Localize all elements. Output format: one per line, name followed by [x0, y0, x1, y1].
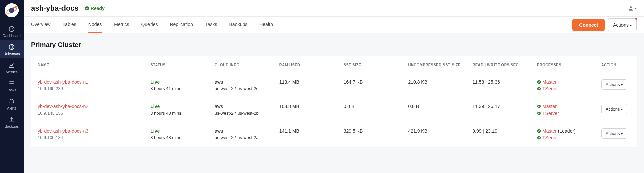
tab-metrics[interactable]: Metrics: [114, 17, 129, 33]
nodes-table: NAME STATUS CLOUD INFO RAM USED SST SIZE…: [31, 56, 637, 147]
ram-used: 141.1 MB: [276, 123, 340, 147]
svg-point-3: [15, 6, 17, 8]
topbar: ash-yba-docs Ready ▾: [24, 0, 644, 17]
tab-backups[interactable]: Backups: [229, 17, 248, 33]
actions-dropdown[interactable]: Actions ▾: [608, 18, 637, 31]
row-actions-dropdown[interactable]: Actions ▾: [601, 79, 627, 90]
node-uptime: 3 hours 41 mins: [150, 86, 208, 91]
upload-icon: [8, 116, 15, 123]
cloud-region: us-west-2 / us-west-2b: [215, 111, 272, 116]
nav-dashboard[interactable]: Dashboard: [0, 22, 24, 40]
col-usst[interactable]: UNCOMPRESSED SST SIZE: [404, 56, 469, 74]
col-action[interactable]: ACTION: [598, 56, 637, 74]
caret-down-icon: ▾: [621, 107, 623, 111]
node-status: Live: [150, 79, 208, 85]
process-master: Master (Leader): [537, 128, 595, 134]
connect-button[interactable]: Connect: [572, 19, 605, 31]
caret-down-icon: ▾: [621, 83, 623, 87]
tabbar: Overview Tables Nodes Metrics Queries Re…: [24, 17, 644, 33]
nav-tasks[interactable]: Tasks: [0, 77, 24, 95]
caret-down-icon: ▾: [630, 24, 632, 27]
tab-tables[interactable]: Tables: [62, 17, 76, 33]
nav-backups[interactable]: Backups: [0, 113, 24, 131]
node-uptime: 3 hours 48 mins: [150, 135, 208, 140]
ops-sec: 9.99|23.19: [469, 123, 533, 147]
col-ram[interactable]: RAM USED: [276, 56, 340, 74]
table-row: yb-dev-ash-yba-docs-n310.9.100.184Live3 …: [31, 123, 637, 147]
check-circle-icon: [85, 6, 89, 11]
globe-icon: [8, 44, 15, 50]
node-ip: 10.9.100.184: [38, 135, 143, 140]
cloud-provider: aws: [215, 104, 272, 109]
tserver-link[interactable]: TServer: [542, 86, 559, 91]
process-tserver: TServer: [537, 135, 595, 140]
cloud-provider: aws: [215, 128, 272, 134]
col-status[interactable]: STATUS: [147, 56, 211, 74]
nav-universes[interactable]: Universes: [0, 40, 24, 58]
page-title: ash-yba-docs: [31, 4, 79, 13]
cloud-provider: aws: [215, 79, 272, 85]
nav-label: Alerts: [7, 106, 16, 110]
master-link[interactable]: Master: [542, 128, 557, 134]
tab-health[interactable]: Health: [259, 17, 273, 33]
process-tserver: TServer: [537, 111, 595, 116]
tab-queries[interactable]: Queries: [141, 17, 158, 33]
sst-size: 0.0 B: [340, 98, 405, 123]
row-actions-dropdown[interactable]: Actions ▾: [601, 104, 627, 114]
svg-point-7: [630, 6, 632, 8]
col-cloud[interactable]: CLOUD INFO: [211, 56, 276, 74]
ram-used: 113.4 MB: [276, 74, 340, 98]
nav-label: Dashboard: [3, 34, 21, 38]
table-row: yb-dev-ash-yba-docs-n210.9.143.155Live3 …: [31, 98, 637, 123]
node-ip: 10.9.143.155: [38, 111, 143, 116]
col-name[interactable]: NAME: [31, 56, 147, 74]
tab-tasks[interactable]: Tasks: [205, 17, 217, 33]
node-name-link[interactable]: yb-dev-ash-yba-docs-n1: [38, 79, 143, 85]
tserver-link[interactable]: TServer: [542, 111, 559, 116]
leader-label: (Leader): [558, 128, 576, 134]
nav-alerts[interactable]: Alerts: [0, 95, 24, 113]
node-status: Live: [150, 128, 208, 134]
col-ops[interactable]: READ | WRITE OPS/SEC: [469, 56, 533, 74]
uncompressed-sst-size: 0.0 B: [404, 98, 469, 123]
cloud-region: us-west-2 / us-west-2c: [215, 86, 272, 91]
content: Primary Cluster NAME STATUS CLOUD INFO R…: [24, 33, 644, 173]
nav-label: Universes: [4, 52, 20, 56]
tab-overview[interactable]: Overview: [31, 17, 50, 33]
uncompressed-sst-size: 210.8 KB: [404, 74, 469, 98]
ram-used: 108.8 MB: [276, 98, 340, 123]
node-ip: 10.9.195.239: [38, 86, 143, 91]
nav-label: Metrics: [6, 70, 17, 74]
tab-nodes[interactable]: Nodes: [88, 17, 102, 33]
uncompressed-sst-size: 421.9 KB: [404, 123, 469, 147]
chart-icon: [8, 62, 15, 69]
caret-down-icon: ▾: [621, 132, 623, 136]
user-icon: [628, 5, 634, 11]
col-sst[interactable]: SST SIZE: [340, 56, 405, 74]
master-link[interactable]: Master: [542, 104, 557, 109]
sst-size: 329.5 KB: [340, 123, 405, 147]
tserver-link[interactable]: TServer: [542, 135, 559, 140]
node-uptime: 3 hours 48 mins: [150, 111, 208, 116]
node-name-link[interactable]: yb-dev-ash-yba-docs-n3: [38, 128, 143, 134]
ops-sec: 11.39|26.17: [469, 98, 533, 123]
node-status: Live: [150, 104, 208, 109]
dashboard-icon: [8, 26, 15, 32]
caret-down-icon: ▾: [635, 6, 637, 10]
sst-size: 164.7 KB: [340, 74, 405, 98]
cloud-region: us-west-2 / us-west-2a: [215, 135, 272, 140]
tab-replication[interactable]: Replication: [170, 17, 193, 33]
nav-metrics[interactable]: Metrics: [0, 58, 24, 77]
user-menu[interactable]: ▾: [628, 5, 637, 11]
status-badge: Ready: [85, 6, 105, 11]
svg-point-2: [9, 8, 14, 13]
process-tserver: TServer: [537, 86, 595, 91]
list-icon: [8, 80, 15, 87]
logo[interactable]: [5, 3, 19, 17]
process-master: Master: [537, 79, 595, 85]
col-proc[interactable]: PROCESSES: [533, 56, 598, 74]
master-link[interactable]: Master: [542, 79, 557, 85]
row-actions-dropdown[interactable]: Actions ▾: [601, 128, 627, 139]
node-name-link[interactable]: yb-dev-ash-yba-docs-n2: [38, 104, 143, 109]
bell-icon: [8, 98, 15, 105]
